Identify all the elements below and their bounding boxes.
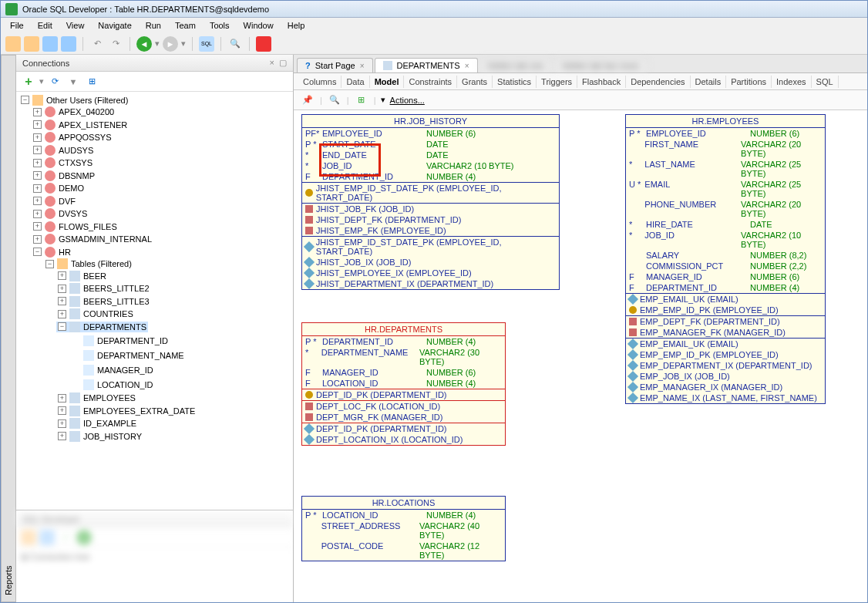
tree-user[interactable]: +DVF: [32, 196, 77, 207]
tree-user[interactable]: +APPQOSSYS: [32, 132, 113, 143]
find-icon[interactable]: 🔍: [227, 36, 243, 52]
tree-table-departments[interactable]: −DEPARTMENTS: [56, 322, 148, 332]
layout-icon[interactable]: ⊞: [84, 74, 99, 89]
tab-start-page[interactable]: ? Start Page ×: [297, 58, 373, 72]
sub-tab-dependencies[interactable]: Dependencies: [626, 76, 690, 88]
sub-tab-details[interactable]: Details: [691, 76, 727, 88]
tree-column[interactable]: DEPARTMENT_NAME: [69, 350, 186, 361]
tree-user[interactable]: +APEX_LISTENER: [32, 120, 129, 130]
connections-header: Connections × ▢: [16, 55, 293, 72]
sub-tab-partitions[interactable]: Partitions: [726, 76, 772, 88]
bottom-pane: SQL Developer ✓ ⊞ Connection tree: [16, 510, 293, 602]
zoom-icon[interactable]: 🔍: [327, 93, 342, 108]
main-area: Reports Connections × ▢ + ▾ ⟳ ▼ ⊞ −Other…: [1, 55, 867, 602]
close-icon[interactable]: ×: [360, 62, 365, 70]
sub-tab-triggers[interactable]: Triggers: [537, 76, 577, 88]
sub-tab-statistics[interactable]: Statistics: [493, 76, 537, 88]
menu-tools[interactable]: Tools: [204, 19, 236, 32]
tree-tables-folder[interactable]: −Tables (Filtered): [44, 258, 133, 269]
open-icon[interactable]: [24, 36, 39, 52]
tree-column[interactable]: DEPARTMENT_ID: [69, 335, 170, 346]
tree-user[interactable]: +DEMO: [32, 183, 86, 194]
sub-tab-flashback[interactable]: Flashback: [577, 76, 626, 88]
tree-user[interactable]: +GSMADMIN_INTERNAL: [32, 234, 153, 244]
redo-icon[interactable]: ↷: [108, 36, 123, 52]
tree-user[interactable]: +CTXSYS: [32, 157, 94, 168]
stop-icon[interactable]: [256, 36, 271, 52]
tree-column[interactable]: MANAGER_ID: [69, 365, 155, 376]
tree-table[interactable]: +BEERS_LITTLE3: [56, 296, 151, 307]
tab-departments[interactable]: DEPARTMENTS ×: [375, 58, 478, 72]
tree-user-hr[interactable]: −HR: [32, 247, 72, 258]
close-icon[interactable]: ×: [465, 62, 469, 70]
main-toolbar: ↶ ↷ ◄ ▾ ► ▾ SQL 🔍: [1, 33, 867, 55]
left-pane: Connections × ▢ + ▾ ⟳ ▼ ⊞ −Other Users (…: [16, 55, 294, 602]
right-pane: ? Start Page × DEPARTMENTS × hidden tab …: [294, 55, 867, 602]
forward-icon[interactable]: ►: [163, 36, 178, 52]
help-icon: ?: [305, 61, 311, 70]
pin-icon[interactable]: 📌: [300, 93, 315, 108]
object-sub-tabs: ColumnsDataModelConstraintsGrantsStatist…: [294, 73, 867, 90]
sub-tab-sql[interactable]: SQL: [812, 76, 839, 88]
tree-user[interactable]: +APEX_040200: [32, 106, 116, 117]
sub-tab-model[interactable]: Model: [370, 76, 405, 88]
tree-table[interactable]: +COUNTRIES: [56, 308, 135, 319]
add-connection-icon[interactable]: +: [21, 74, 36, 89]
pane-controls[interactable]: × ▢: [269, 58, 287, 68]
tree-table[interactable]: +EMPLOYEES: [56, 392, 137, 403]
tree-user[interactable]: +FLOWS_FILES: [32, 221, 119, 232]
tab-hidden-1[interactable]: hidden tab one: [479, 58, 553, 72]
tree-table[interactable]: +BEERS_LITTLE2: [56, 283, 151, 294]
table-icon: [383, 61, 392, 70]
menu-window[interactable]: Window: [237, 19, 280, 32]
entity-employees[interactable]: HR.EMPLOYEESP *EMPLOYEE_IDNUMBER (6)FIRS…: [625, 114, 826, 404]
menu-view[interactable]: View: [60, 19, 91, 32]
menu-file[interactable]: File: [4, 19, 30, 32]
tree-user[interactable]: +DVSYS: [32, 208, 89, 219]
menu-edit[interactable]: Edit: [32, 19, 59, 32]
entity-locations[interactable]: HR.LOCATIONSP *LOCATION_IDNUMBER (4)STRE…: [301, 496, 506, 561]
entity-job-history[interactable]: HR.JOB_HISTORYPF*EMPLOYEE_IDNUMBER (6)P …: [301, 114, 560, 290]
new-icon[interactable]: [5, 36, 21, 52]
document-tabs: ? Start Page × DEPARTMENTS × hidden tab …: [294, 55, 867, 73]
layout-model-icon[interactable]: ⊞: [354, 93, 369, 108]
model-toolbar: 📌 | 🔍 | ⊞ | ▾ Actions...: [294, 90, 867, 110]
window-title: Oracle SQL Developer : Table HR.DEPARTME…: [22, 5, 269, 14]
undo-icon[interactable]: ↶: [89, 36, 105, 52]
titlebar: Oracle SQL Developer : Table HR.DEPARTME…: [1, 1, 867, 18]
reports-tab[interactable]: Reports: [1, 55, 16, 602]
menubar: File Edit View Navigate Run Team Tools W…: [1, 18, 867, 33]
save-icon[interactable]: [42, 36, 58, 52]
menu-team[interactable]: Team: [169, 19, 202, 32]
entity-departments[interactable]: HR.DEPARTMENTSP *DEPARTMENT_IDNUMBER (4)…: [301, 322, 506, 446]
tree-column[interactable]: LOCATION_ID: [69, 379, 155, 390]
save-all-icon[interactable]: [61, 36, 76, 52]
connections-toolbar: + ▾ ⟳ ▼ ⊞: [16, 72, 293, 92]
app-icon: [5, 3, 18, 15]
menu-help[interactable]: Help: [281, 19, 311, 32]
menu-navigate[interactable]: Navigate: [92, 19, 137, 32]
tree-root[interactable]: Other Users (Filtered): [46, 96, 128, 105]
sub-tab-constraints[interactable]: Constraints: [404, 76, 457, 88]
tab-hidden-2[interactable]: hidden tab two more: [553, 58, 648, 72]
tree-user[interactable]: +DBSNMP: [32, 170, 96, 181]
connections-title: Connections: [22, 59, 69, 68]
sub-tab-indexes[interactable]: Indexes: [772, 76, 812, 88]
tree-user[interactable]: +AUDSYS: [32, 145, 95, 156]
connections-tree[interactable]: −Other Users (Filtered) +APEX_040200+APE…: [16, 92, 293, 510]
sql-icon[interactable]: SQL: [199, 36, 214, 52]
back-icon[interactable]: ◄: [136, 36, 152, 52]
sub-tab-columns[interactable]: Columns: [298, 76, 341, 88]
sub-tab-grants[interactable]: Grants: [457, 76, 493, 88]
tree-table[interactable]: +BEER: [56, 271, 108, 281]
tree-table[interactable]: +ID_EXAMPLE: [56, 418, 138, 429]
refresh-icon[interactable]: ⟳: [47, 74, 62, 89]
actions-button[interactable]: Actions...: [390, 96, 425, 105]
filter-icon[interactable]: ▼: [66, 74, 81, 89]
menu-run[interactable]: Run: [140, 19, 167, 32]
tree-table[interactable]: +JOB_HISTORY: [56, 431, 143, 442]
erd-canvas[interactable]: HR.JOB_HISTORYPF*EMPLOYEE_IDNUMBER (6)P …: [294, 110, 867, 602]
sub-tab-data[interactable]: Data: [341, 76, 369, 88]
dropdown-icon[interactable]: ▾: [381, 95, 385, 105]
tree-table[interactable]: +EMPLOYEES_EXTRA_DATE: [56, 406, 197, 416]
